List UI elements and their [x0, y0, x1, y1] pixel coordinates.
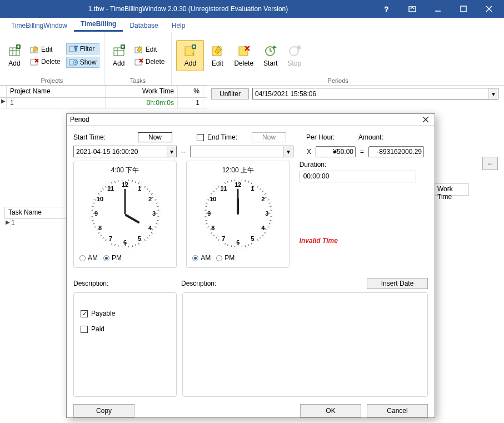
col-project-name[interactable]: Project Name	[7, 86, 106, 97]
cell-worktime: 0h:0m:0s	[106, 98, 178, 108]
note-add-icon	[183, 44, 197, 57]
window-title: 1.tbw - TimeBillingWindow 2.0.30 (Unregi…	[2, 5, 374, 13]
paid-checkbox[interactable]: Paid	[81, 325, 169, 333]
period-combo[interactable]: ▾	[252, 88, 498, 99]
projects-edit-button[interactable]: Edit	[28, 44, 63, 54]
periods-delete-button[interactable]: Delete	[231, 43, 257, 68]
desc-label-right: Description:	[181, 280, 289, 287]
insert-date-button[interactable]: Insert Date	[367, 278, 428, 289]
equals-label: =	[360, 148, 364, 156]
end-now-button[interactable]: Now	[252, 132, 286, 142]
group-label: Projects	[4, 76, 99, 84]
grid-delete-icon	[30, 57, 39, 66]
per-hour-input[interactable]	[316, 146, 356, 157]
end-am-radio[interactable]: AM	[192, 254, 211, 262]
duration-value: 00:00:00	[300, 171, 416, 182]
project-row[interactable]: ▶ 1 0h:0m:0s 1	[0, 98, 207, 109]
ok-button[interactable]: OK	[300, 404, 361, 417]
project-grid-header: Project Name Work Time %	[0, 86, 207, 98]
copy-button[interactable]: Copy	[73, 404, 134, 417]
group-label: Tasks	[109, 76, 167, 84]
btn-label: Add	[8, 59, 20, 67]
periods-add-button[interactable]: Add	[176, 40, 204, 71]
dialog-titlebar: Period	[67, 114, 435, 126]
periods-edit-button[interactable]: Edit	[207, 43, 227, 68]
end-pm-radio[interactable]: PM	[216, 254, 234, 262]
payable-checkbox[interactable]: ✓Payable	[81, 310, 169, 317]
start-pm-radio[interactable]: PM	[103, 254, 122, 262]
task-grid-header[interactable]: Task Name	[4, 207, 68, 219]
period-value[interactable]	[253, 90, 488, 98]
svg-rect-3	[461, 6, 466, 12]
chevron-down-icon[interactable]: ▾	[167, 146, 176, 157]
unfilter-button[interactable]: Unfilter	[211, 88, 249, 99]
start-time-input[interactable]	[74, 148, 167, 156]
cell-pct: 1	[178, 98, 203, 108]
chevron-down-icon[interactable]: ▾	[488, 88, 498, 99]
end-time-combo[interactable]: ▾	[190, 146, 293, 157]
minimize-icon[interactable]	[425, 0, 451, 18]
cell-id: 1	[7, 98, 106, 108]
dialog-close-button[interactable]	[420, 114, 431, 125]
titlebar: 1.tbw - TimeBillingWindow 2.0.30 (Unregi…	[0, 0, 504, 18]
grid-add-icon	[8, 44, 21, 57]
col-work-time-right[interactable]: Work Time	[435, 183, 469, 196]
btn-label: Delete	[234, 59, 253, 67]
note-edit-icon	[211, 44, 224, 57]
grid-add-icon	[112, 44, 126, 57]
per-hour-label: Per Hour:	[306, 133, 354, 141]
end-clock[interactable]: 123456789101112	[202, 177, 274, 250]
periods-start-button[interactable]: Start	[260, 43, 281, 68]
tasks-edit-button[interactable]: Edit	[132, 44, 167, 54]
tasks-delete-button[interactable]: Delete	[132, 57, 167, 67]
task-row[interactable]: ▶ 1	[4, 219, 67, 230]
desc-label-left: Description:	[73, 280, 181, 287]
btn-label: Delete	[146, 58, 165, 66]
btn-label: Stop	[287, 59, 301, 67]
grid-edit-icon	[134, 45, 143, 54]
ribbon-group-periods: Add Edit Delete Start Stop Periods	[172, 32, 504, 85]
start-time-label: Start Time:	[73, 133, 133, 141]
start-now-button[interactable]: Now	[138, 132, 172, 142]
menu-help[interactable]: Help	[165, 19, 192, 32]
row-indicator-icon: ▶	[0, 98, 7, 108]
projects-filter-button[interactable]: Filter	[66, 43, 99, 54]
cancel-button[interactable]: Cancel	[367, 404, 428, 417]
grid-edit-icon	[30, 45, 39, 54]
help-icon[interactable]: ?	[374, 0, 400, 18]
menu-database[interactable]: Database	[123, 19, 164, 32]
end-time-checkbox[interactable]	[197, 134, 204, 141]
projects-show-button[interactable]: Show	[66, 57, 99, 68]
tasks-add-button[interactable]: Add	[109, 43, 129, 68]
svg-rect-6	[9, 48, 19, 56]
row-indicator	[0, 86, 7, 97]
start-am-radio[interactable]: AM	[79, 254, 98, 262]
task-cell-id: 1	[11, 219, 67, 230]
col-work-time[interactable]: Work Time	[106, 86, 178, 97]
btn-label: Add	[113, 59, 124, 67]
end-time-input[interactable]	[191, 148, 283, 156]
chevron-down-icon[interactable]: ▾	[283, 146, 293, 157]
col-pct[interactable]: %	[178, 86, 203, 97]
start-clock-box: 4:00 下午 123456789101112 AM PM	[73, 161, 177, 268]
projects-add-button[interactable]: Add	[4, 43, 24, 68]
maximize-icon[interactable]	[451, 0, 476, 18]
start-time-combo[interactable]: ▾	[73, 146, 177, 157]
svg-point-20	[74, 61, 76, 63]
svg-text:?: ?	[385, 6, 388, 13]
close-icon[interactable]	[476, 0, 502, 18]
menu-timebillingwindow[interactable]: TimeBillingWindow	[4, 19, 74, 32]
menu-timebilling[interactable]: TimeBilling	[74, 18, 123, 32]
ribbon-toggle-icon[interactable]	[400, 0, 425, 18]
description-box	[182, 292, 428, 397]
duration-label: Duration:	[300, 161, 421, 168]
ellipsis-button[interactable]: ...	[482, 157, 498, 170]
amount-input[interactable]	[368, 146, 424, 157]
options-box: ✓Payable Paid	[73, 292, 177, 397]
projects-delete-button[interactable]: Delete	[28, 57, 63, 67]
description-textarea[interactable]	[183, 293, 427, 396]
btn-label: Show	[80, 58, 97, 66]
end-time-label: End Time:	[207, 133, 237, 141]
start-clock[interactable]: 123456789101112	[89, 177, 161, 250]
periods-stop-button[interactable]: Stop	[284, 43, 305, 68]
